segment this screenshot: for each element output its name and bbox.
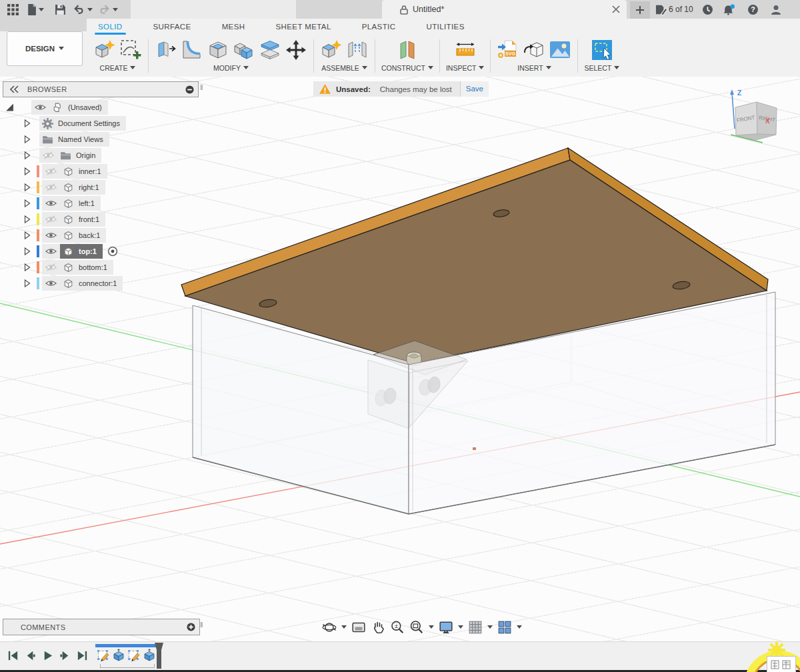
group-label-insert[interactable]: INSERT [517,64,551,72]
split-body-icon[interactable] [259,39,281,61]
group-label-inspect[interactable]: INSPECT [446,64,485,72]
sketch-feature-icon[interactable] [97,649,110,662]
create-sketch-icon[interactable] [119,39,142,61]
undo-icon[interactable] [73,4,85,15]
eye-off-icon[interactable] [45,215,57,224]
zoom-icon[interactable]: ± [390,620,405,635]
save-icon[interactable] [55,4,66,15]
measure-icon[interactable] [454,39,477,61]
minus-circle-icon[interactable] [185,85,194,94]
browser-row-connector-1[interactable]: connector:1 [0,275,200,291]
browser-item-label[interactable]: front:1 [79,215,103,223]
caret-down-icon[interactable] [487,625,493,629]
plus-circle-icon[interactable] [187,623,195,631]
construct-plane-icon[interactable] [396,39,419,61]
eye-off-icon[interactable] [42,151,55,160]
job-status-clock-icon[interactable] [702,4,713,15]
expander-icon[interactable] [23,119,31,128]
workspace-selector-button[interactable]: DESIGN [7,31,83,66]
app-grid-icon[interactable] [7,4,19,15]
display-settings-icon[interactable] [439,620,453,635]
combine-icon[interactable] [233,39,255,61]
tab-utilities[interactable]: UTILITIES [425,19,465,35]
expander-open-icon[interactable] [5,103,14,112]
play-icon[interactable] [41,649,54,662]
expander-icon[interactable] [23,263,31,272]
browser-item-label[interactable]: (Unsaved) [68,103,105,111]
move-copy-icon[interactable] [285,39,307,61]
browser-row-back-1[interactable]: back:1 [0,227,200,243]
group-label-select[interactable]: SELECT [584,64,619,72]
expander-icon[interactable] [23,279,31,288]
select-icon[interactable] [591,39,613,61]
browser-item-label[interactable]: inner:1 [79,167,105,175]
caret-down-icon[interactable] [517,625,522,629]
3d-viewport[interactable]: BROWSER ‖ (Unsaved)Document SettingsName… [0,77,800,641]
panel-grip[interactable]: ‖ [200,83,203,91]
comments-panel-header[interactable]: COMMENTS [3,619,200,635]
user-avatar[interactable] [770,4,782,16]
panel-grip[interactable]: ‖ [200,621,203,629]
sketch-feature-icon[interactable] [127,649,141,662]
view-cube[interactable]: Z FRONT RIGHT X [725,87,787,151]
group-label-construct[interactable]: CONSTRUCT [381,64,433,72]
insert-svg-icon[interactable]: SVG [497,39,519,61]
browser-item-label[interactable]: right:1 [79,183,103,191]
skip-end-icon[interactable] [76,649,89,662]
shell-icon[interactable] [207,39,229,61]
step-forward-icon[interactable] [59,649,71,662]
close-tab-icon[interactable] [612,5,620,13]
eye-icon[interactable] [34,103,47,112]
expander-icon[interactable] [23,247,31,256]
group-label-assemble[interactable]: ASSEMBLE [321,64,367,72]
document-tab[interactable]: Untitled* [382,0,627,19]
collapse-panel-icon[interactable] [10,85,19,93]
eye-off-icon[interactable] [45,183,57,192]
canvas-icon[interactable] [549,39,571,61]
group-label-create[interactable]: CREATE [100,64,136,72]
timeline-playhead[interactable] [154,642,164,670]
browser-row-front-1[interactable]: front:1 [0,211,200,227]
browser-item-label[interactable]: back:1 [79,231,103,239]
eye-icon[interactable] [45,247,57,256]
browser-row-left-1[interactable]: left:1 [0,195,200,211]
tab-solid[interactable]: SOLID [97,19,124,35]
file-menu-icon[interactable] [26,4,37,15]
redo-icon[interactable] [99,4,110,15]
expander-icon[interactable] [23,135,31,144]
active-docs-icon[interactable] [655,4,668,15]
insert-mesh-icon[interactable] [523,39,545,61]
browser-row-document-settings[interactable]: Document Settings [0,115,200,131]
browser-row-right-1[interactable]: right:1 [0,179,200,195]
expander-icon[interactable] [23,231,31,240]
viewports-icon[interactable] [497,620,512,635]
browser-item-label[interactable]: Document Settings [58,119,123,127]
skip-start-icon[interactable] [7,649,19,662]
create-primitive-icon[interactable] [93,39,116,61]
fit-icon[interactable] [409,620,424,635]
group-label-modify[interactable]: MODIFY [213,64,249,72]
joint-icon[interactable] [346,39,369,61]
tab-sheet-metal[interactable]: SHEET METAL [274,19,332,35]
browser-item-label[interactable]: connector:1 [79,279,120,287]
browser-row-bottom-1[interactable]: bottom:1 [0,259,200,275]
browser-item-label[interactable]: Named Views [58,135,107,143]
browser-panel-header[interactable]: BROWSER [3,81,199,97]
caret-down-icon[interactable] [458,625,463,629]
browser-item-label[interactable]: bottom:1 [79,263,111,271]
orbit-icon[interactable] [322,620,337,635]
extrude-feature-icon[interactable] [112,649,125,662]
new-tab-button[interactable] [630,1,650,19]
file-menu-caret-icon[interactable] [39,8,44,12]
browser-item-label[interactable]: Origin [76,151,99,159]
viewcube-bottom-face[interactable] [736,134,776,140]
browser-row-inner-1[interactable]: inner:1 [0,163,200,179]
eye-icon[interactable] [45,231,57,240]
pan-icon[interactable] [371,620,385,635]
tab-mesh[interactable]: MESH [221,19,247,35]
eye-icon[interactable] [45,279,57,288]
new-component-icon[interactable] [320,39,343,61]
eye-off-icon[interactable] [45,167,57,176]
browser-item-label[interactable]: top:1 [79,247,100,255]
browser-row-origin[interactable]: Origin [0,147,200,163]
